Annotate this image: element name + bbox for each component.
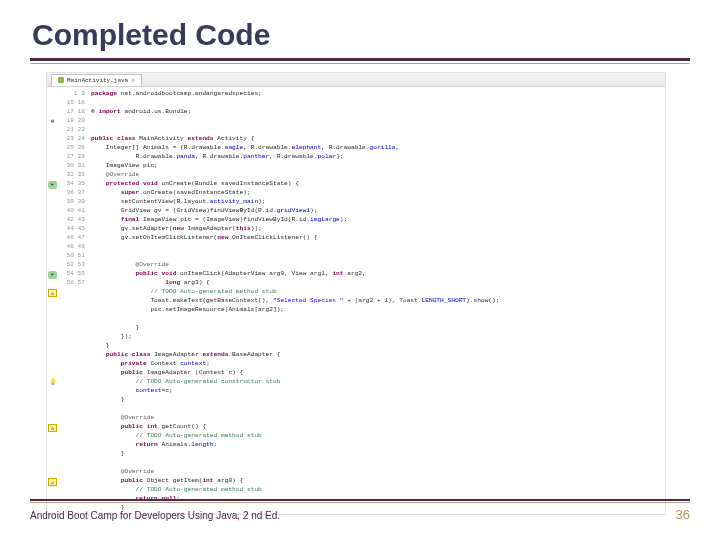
marker-column: ⊕▸▸⚠💡⚠⚠ — [47, 89, 63, 512]
gutter-marker: 💡 — [48, 379, 57, 387]
footer-text: Android Boot Camp for Developers Using J… — [30, 510, 280, 521]
gutter-marker: ▸ — [48, 271, 57, 279]
title-rule — [30, 58, 690, 61]
title-rule-accent — [30, 63, 690, 64]
page-number: 36 — [676, 507, 690, 522]
footer-rule-accent — [30, 502, 690, 503]
gutter-marker: ▸ — [48, 181, 57, 189]
editor-tab[interactable]: MainActivity.java ✕ — [51, 74, 142, 86]
editor-tab-bar: MainActivity.java ✕ — [47, 73, 665, 87]
gutter-marker: ⚠ — [48, 289, 57, 297]
slide-footer: Android Boot Camp for Developers Using J… — [30, 499, 690, 522]
line-number-gutter: 1 3 15 16 17 18 19 20 21 22 23 24 25 26 … — [63, 89, 89, 512]
gutter-marker: ⚠ — [48, 478, 57, 486]
gutter-marker: ⊕ — [48, 118, 57, 126]
tab-close-icon[interactable]: ✕ — [131, 76, 135, 85]
slide-title: Completed Code — [30, 18, 690, 52]
code-body: ⊕▸▸⚠💡⚠⚠ 1 3 15 16 17 18 19 20 21 22 23 2… — [47, 87, 665, 514]
code-lines: package net.androidbootcamp.endangeredsp… — [89, 89, 665, 512]
tab-filename: MainActivity.java — [67, 76, 128, 85]
java-file-icon — [58, 77, 64, 83]
footer-rule — [30, 499, 690, 501]
gutter-marker: ⚠ — [48, 424, 57, 432]
code-editor: MainActivity.java ✕ ⊕▸▸⚠💡⚠⚠ 1 3 15 16 17… — [46, 72, 666, 515]
